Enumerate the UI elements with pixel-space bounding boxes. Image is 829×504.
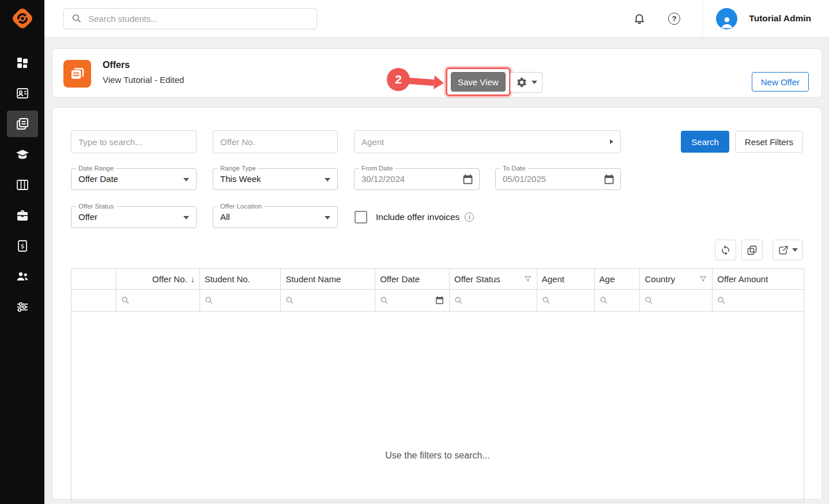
sidebar-item-invoices[interactable]: $ xyxy=(7,233,38,259)
filter-cell-offer-no[interactable] xyxy=(116,290,200,311)
refresh-icon xyxy=(720,245,731,256)
filters-card: Search Reset Filters Date Range Offer Da… xyxy=(52,107,822,499)
caret-down-icon xyxy=(532,81,537,84)
search-icon xyxy=(542,296,551,305)
grid-header-student-name[interactable]: Student Name xyxy=(281,269,375,289)
sort-desc-icon: ↓ xyxy=(191,275,195,284)
search-icon xyxy=(454,296,463,305)
offers-page-icon-glyph xyxy=(69,65,86,82)
offer-status-select[interactable]: Offer Status Offer xyxy=(71,206,197,228)
filter-row-search: Search Reset Filters xyxy=(71,130,803,153)
annotation-arrow-head xyxy=(434,75,444,90)
date-range-select[interactable]: Date Range Offer Date xyxy=(71,168,197,190)
col-label: Offer No. xyxy=(152,274,187,284)
col-label: Offer Date xyxy=(380,274,420,284)
offer-status-label: Offer Status xyxy=(76,202,116,210)
page-header-card: Offers View Tutorial - Edited 2 Save Vie… xyxy=(52,48,822,98)
agent-field[interactable] xyxy=(354,130,621,153)
grid-header-offer-no[interactable]: Offer No. ↓ xyxy=(116,269,200,289)
from-date-field[interactable]: From Date 30/12/2024 xyxy=(354,168,480,190)
help-button[interactable]: ? xyxy=(665,10,683,27)
include-invoices-checkbox[interactable] xyxy=(355,211,367,223)
search-button[interactable]: Search xyxy=(681,131,729,153)
offer-location-label: Offer Location xyxy=(218,202,264,210)
info-icon[interactable]: i xyxy=(465,213,474,222)
sidebar-item-services[interactable] xyxy=(7,202,38,229)
col-label: Student No. xyxy=(205,274,250,284)
agent-input[interactable] xyxy=(354,130,621,153)
sidebar: $ xyxy=(0,0,44,504)
offers-page-icon xyxy=(63,60,91,88)
range-type-select[interactable]: Range Type This Week xyxy=(213,168,338,190)
caret-down-icon xyxy=(792,248,798,252)
invoices-icon: $ xyxy=(16,239,29,253)
grid-header-student-no[interactable]: Student No. xyxy=(200,269,281,289)
to-date-field[interactable]: To Date 05/01/2025 xyxy=(495,168,621,190)
student-search-box[interactable] xyxy=(63,8,317,29)
search-icon xyxy=(71,13,82,24)
calendar-icon[interactable] xyxy=(435,295,444,305)
col-label: Age xyxy=(600,274,615,284)
column-chooser-icon xyxy=(747,245,758,256)
sidebar-item-preferences[interactable] xyxy=(7,294,38,320)
filter-cell-offer-amount[interactable] xyxy=(713,290,804,311)
save-view-button[interactable]: Save View xyxy=(451,72,506,92)
filter-cell-student-no[interactable] xyxy=(200,290,281,311)
filter-cell-agent[interactable] xyxy=(537,290,595,311)
filter-cell-empty[interactable] xyxy=(71,290,116,311)
search-input[interactable] xyxy=(88,14,309,24)
grid-body: Use the filters to search... xyxy=(71,312,804,502)
filter-row-dates: Date Range Offer Date Range Type This We… xyxy=(71,168,803,190)
filter-cell-age[interactable] xyxy=(595,290,640,311)
sidebar-item-dashboard[interactable] xyxy=(7,50,38,76)
app-logo[interactable] xyxy=(9,5,36,32)
calendar-icon[interactable] xyxy=(462,173,474,185)
caret-down-icon xyxy=(325,178,330,181)
new-offer-button[interactable]: New Offer xyxy=(752,72,809,92)
filter-cell-country[interactable] xyxy=(640,290,713,311)
grid-header-offer-status[interactable]: Offer Status xyxy=(450,269,537,289)
avatar-icon xyxy=(719,14,734,29)
filter-funnel-icon[interactable] xyxy=(523,275,532,283)
sidebar-item-boards[interactable] xyxy=(7,172,38,198)
column-chooser-button[interactable] xyxy=(741,240,763,260)
grid-filter-row xyxy=(71,290,804,312)
services-icon xyxy=(16,209,29,222)
sidebar-item-students[interactable] xyxy=(7,80,38,107)
sidebar-item-agents[interactable] xyxy=(7,263,38,290)
calendar-icon[interactable] xyxy=(603,173,615,185)
grid-header-offer-date[interactable]: Offer Date xyxy=(375,269,450,289)
grid-header-country[interactable]: Country xyxy=(640,269,713,289)
grid-header-agent[interactable]: Agent xyxy=(537,269,595,289)
page-subtitle: View Tutorial - Edited xyxy=(103,75,184,85)
page-titles: Offers View Tutorial - Edited xyxy=(103,60,184,85)
sidebar-item-offers[interactable] xyxy=(7,111,38,137)
notifications-button[interactable] xyxy=(631,10,648,27)
grid-header-empty[interactable] xyxy=(71,269,116,289)
caret-down-icon xyxy=(183,216,189,219)
offer-location-select[interactable]: Offer Location All xyxy=(213,206,338,228)
offer-no-input[interactable] xyxy=(213,130,338,153)
search-icon xyxy=(121,296,130,305)
grid-header-age[interactable]: Age xyxy=(595,269,640,289)
filter-cell-offer-date[interactable] xyxy=(375,290,450,311)
filter-cell-student-name[interactable] xyxy=(281,290,375,311)
grid-header-offer-amount[interactable]: Offer Amount xyxy=(713,269,804,289)
user-avatar[interactable] xyxy=(716,8,737,29)
offers-grid: Offer No. ↓ Student No. Student Name Off… xyxy=(71,268,804,502)
include-invoices-toggle[interactable]: Include offer invoices i xyxy=(355,211,474,223)
filter-funnel-icon[interactable] xyxy=(699,275,707,283)
keyword-search-input[interactable] xyxy=(71,130,197,153)
col-label: Offer Amount xyxy=(717,274,768,284)
view-settings-button[interactable] xyxy=(510,72,542,93)
reset-filters-button[interactable]: Reset Filters xyxy=(735,131,803,153)
col-label: Student Name xyxy=(285,274,341,284)
export-button[interactable] xyxy=(773,240,803,260)
user-name: Tutorial Admin xyxy=(749,13,811,24)
sidebar-item-courses[interactable] xyxy=(7,141,38,168)
search-icon xyxy=(717,296,726,305)
grid-header-row: Offer No. ↓ Student No. Student Name Off… xyxy=(71,269,804,290)
filter-cell-offer-status[interactable] xyxy=(450,290,537,311)
refresh-button[interactable] xyxy=(715,240,736,260)
from-date-label: From Date xyxy=(359,164,395,172)
